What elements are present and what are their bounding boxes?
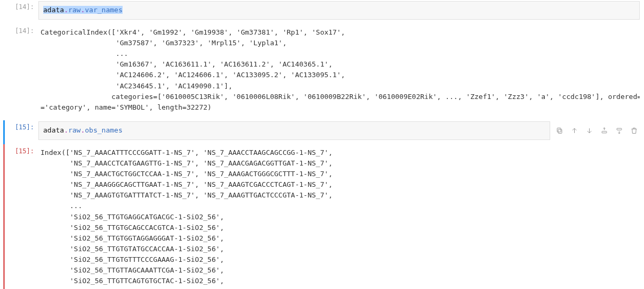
svg-rect-1: [557, 128, 561, 132]
tok-dot: .: [64, 126, 68, 134]
tok-adata: adata: [43, 6, 64, 14]
code-input-15[interactable]: adata.raw.obs_names: [38, 121, 550, 140]
insert-below-icon[interactable]: [614, 126, 624, 135]
code-cell-14: [14]: adata.raw.var_names: [3, 0, 644, 24]
copy-icon[interactable]: [554, 126, 564, 135]
output-prompt-14: [14]:: [3, 25, 38, 116]
tok-dot: .: [64, 6, 68, 14]
cell-toolbar: [554, 121, 644, 140]
output-text-14: CategoricalIndex(['Xkr4', 'Gm1992', 'Gm1…: [38, 25, 640, 116]
output-cell-14: [14]: CategoricalIndex(['Xkr4', 'Gm1992'…: [3, 24, 644, 120]
tok-var-names: var_names: [85, 6, 122, 14]
tok-adata: adata: [43, 126, 64, 134]
tok-obs-names: obs_names: [85, 126, 122, 134]
svg-rect-3: [617, 128, 622, 130]
input-prompt-14: [14]:: [3, 1, 38, 20]
output-prompt-15: [15]:: [3, 145, 38, 289]
code-cell-15: [15]: adata.raw.obs_names: [3, 120, 644, 144]
arrow-down-icon[interactable]: [584, 126, 594, 135]
insert-above-icon[interactable]: [599, 126, 609, 135]
tok-raw: raw: [68, 126, 80, 134]
arrow-up-icon[interactable]: [569, 126, 579, 135]
svg-rect-0: [558, 129, 562, 134]
output-cell-15: [15]: Index(['NS_7_AAACATTTCCCGGATT-1-NS…: [3, 144, 644, 289]
output-text-15: Index(['NS_7_AAACATTTCCCGGATT-1-NS_7', '…: [38, 145, 640, 289]
tok-raw: raw: [68, 6, 80, 14]
svg-rect-2: [602, 131, 607, 133]
code-input-14[interactable]: adata.raw.var_names: [38, 1, 640, 20]
trash-icon[interactable]: [629, 126, 639, 135]
input-prompt-15: [15]:: [3, 121, 38, 140]
